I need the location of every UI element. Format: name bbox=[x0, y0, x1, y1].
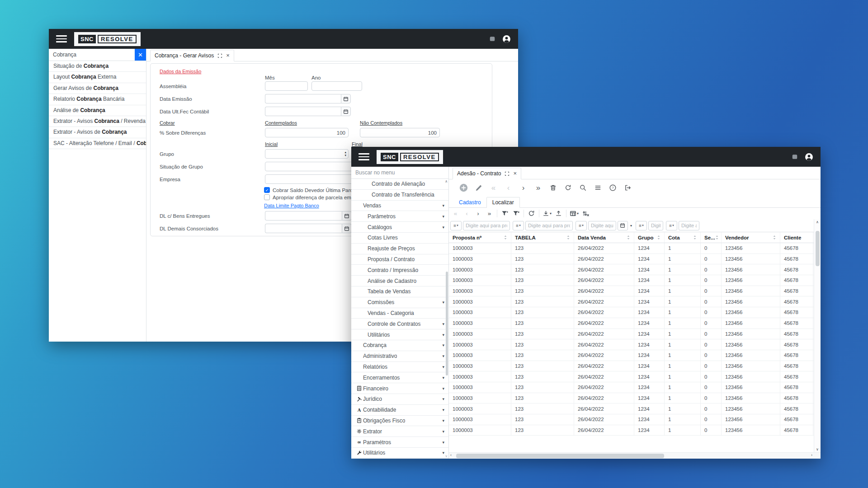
scroll-down-icon[interactable]: ∨ bbox=[816, 447, 819, 451]
search-result-item[interactable]: Extrator - Avisos de Cobrança bbox=[49, 127, 146, 138]
data-limite-pagto-banco-link[interactable]: Data Limite Pagto Banco bbox=[264, 203, 319, 208]
tab-cobranca-gerar-avisos[interactable]: Cobrança - Gerar Avisos × bbox=[150, 50, 234, 61]
calendar-icon[interactable] bbox=[618, 221, 628, 230]
table-row[interactable]: 100000312326/04/202212341012345645678 bbox=[449, 404, 814, 414]
menu-item[interactable]: Catálogos▾ bbox=[351, 222, 448, 233]
calendar-icon[interactable] bbox=[342, 211, 352, 221]
clear-search-button[interactable]: ✕ bbox=[135, 49, 146, 61]
pct-contemplados-input[interactable] bbox=[265, 128, 349, 137]
menu-item[interactable]: Vendas - Categoria bbox=[351, 308, 448, 319]
menu-item[interactable]: AContabilidade▾ bbox=[351, 405, 448, 416]
column-filter-input[interactable] bbox=[679, 221, 699, 230]
column-header[interactable]: Vendedor bbox=[722, 232, 780, 243]
close-icon[interactable]: × bbox=[226, 53, 230, 58]
download-icon[interactable]: ▾ bbox=[541, 210, 553, 217]
filter-clear-icon[interactable] bbox=[510, 210, 522, 217]
user-avatar-icon[interactable] bbox=[805, 153, 813, 161]
user-avatar-icon[interactable] bbox=[502, 35, 511, 43]
search-result-item[interactable]: Análise de Cobrança bbox=[49, 105, 146, 116]
dl-demais-input[interactable] bbox=[265, 224, 342, 233]
prev-page-icon[interactable]: ‹ bbox=[461, 210, 472, 217]
menu-item[interactable]: ∞Paramétros▾ bbox=[351, 437, 448, 448]
chevron-down-icon[interactable]: ▾ bbox=[629, 224, 633, 228]
menu-item[interactable]: Proposta / Contrato bbox=[351, 254, 448, 265]
logout-icon[interactable] bbox=[620, 184, 635, 191]
prev-page-icon[interactable]: ‹ bbox=[501, 183, 516, 192]
table-row[interactable]: 100000312326/04/202212341012345645678 bbox=[449, 425, 814, 436]
help-icon[interactable]: ? bbox=[605, 184, 620, 191]
upload-icon[interactable] bbox=[553, 210, 564, 217]
menu-item[interactable]: Contrato / Impressão bbox=[351, 265, 448, 276]
menu-item[interactable]: Cobrança▾ bbox=[351, 340, 448, 351]
table-row[interactable]: 100000312326/04/202212341012345645678 bbox=[449, 254, 814, 265]
menu-item[interactable]: Jurídico▾ bbox=[351, 394, 448, 405]
dados-emissao-link[interactable]: Dados da Emissão bbox=[160, 69, 201, 74]
add-circle-icon[interactable] bbox=[456, 183, 471, 192]
table-columns-icon[interactable]: ▾ bbox=[568, 210, 580, 217]
search-icon[interactable] bbox=[576, 184, 590, 191]
filter-operator-button[interactable]: ≡▾ bbox=[513, 221, 524, 230]
column-header[interactable]: Cliente bbox=[780, 232, 813, 243]
table-row[interactable]: 100000312326/04/202212341012345645678 bbox=[449, 286, 814, 297]
table-row[interactable]: 100000312326/04/202212341012345645678 bbox=[449, 350, 814, 361]
table-row[interactable]: 100000312326/04/202212341012345645678 bbox=[449, 243, 814, 254]
filter-operator-button[interactable]: ≡▾ bbox=[576, 221, 587, 230]
menu-item[interactable]: Contrato de Transferência bbox=[351, 190, 448, 201]
menu-item[interactable]: Obrigações Fisco▾ bbox=[351, 416, 448, 427]
menu-item[interactable]: Parâmetros▾ bbox=[351, 211, 448, 222]
last-page-icon[interactable]: » bbox=[531, 183, 546, 192]
menu-item[interactable]: Controle de Contratos▾ bbox=[351, 319, 448, 329]
next-page-icon[interactable]: › bbox=[516, 183, 531, 192]
sort-clear-icon[interactable] bbox=[580, 210, 591, 217]
assembleia-mes-input[interactable] bbox=[265, 81, 308, 91]
first-page-icon[interactable]: « bbox=[486, 183, 501, 192]
table-row[interactable]: 100000312326/04/202212341012345645678 bbox=[449, 339, 814, 350]
calendar-icon[interactable] bbox=[342, 224, 352, 233]
search-result-item[interactable]: Extrator - Avisos Cobranca / Revenda bbox=[49, 116, 146, 127]
assembleia-ano-input[interactable] bbox=[311, 81, 362, 91]
search-result-item[interactable]: Situação de Cobrança bbox=[49, 61, 146, 72]
pct-nao-contemplados-input[interactable] bbox=[360, 128, 440, 137]
sidebar-scrollbar-thumb[interactable] bbox=[446, 272, 448, 375]
menu-item[interactable]: Tabela de Vendas bbox=[351, 286, 448, 297]
scroll-left-icon[interactable]: ‹ bbox=[450, 453, 452, 457]
hamburger-menu-icon[interactable] bbox=[56, 35, 67, 42]
table-row[interactable]: 100000312326/04/202212341012345645678 bbox=[449, 361, 814, 372]
filter-operator-button[interactable]: ≡▾ bbox=[666, 221, 677, 230]
table-row[interactable]: 100000312326/04/202212341012345645678 bbox=[449, 307, 814, 318]
data-emissao-input[interactable] bbox=[265, 94, 341, 103]
column-header[interactable]: Grupo bbox=[634, 232, 665, 243]
search-result-item[interactable]: Relatorio Cobrança Bancária bbox=[49, 94, 146, 105]
table-row[interactable]: 100000312326/04/202212341012345645678 bbox=[449, 318, 814, 329]
column-header[interactable]: Data Venda bbox=[574, 232, 634, 243]
menu-item[interactable]: Análise de Cadastro bbox=[351, 276, 448, 286]
refresh-icon[interactable] bbox=[561, 184, 576, 191]
table-row[interactable]: 100000312326/04/202212341012345645678 bbox=[449, 329, 814, 340]
column-filter-input[interactable] bbox=[463, 221, 510, 230]
column-header[interactable]: Se... bbox=[701, 232, 722, 243]
scroll-right-icon[interactable]: › bbox=[811, 453, 812, 457]
filter-operator-button[interactable]: ≡▾ bbox=[636, 221, 647, 230]
delete-trash-icon[interactable] bbox=[546, 184, 561, 191]
next-page-icon[interactable]: › bbox=[472, 210, 484, 217]
expand-icon[interactable] bbox=[505, 171, 509, 176]
column-header[interactable]: Cota bbox=[665, 232, 701, 243]
subtab-localizar[interactable]: Localizar bbox=[486, 197, 520, 208]
menu-item[interactable]: Relatórios▾ bbox=[351, 362, 448, 373]
filter-operator-button[interactable]: ≡▾ bbox=[450, 221, 462, 230]
table-row[interactable]: 100000312326/04/202212341012345645678 bbox=[449, 371, 814, 382]
close-icon[interactable]: × bbox=[513, 171, 517, 176]
scroll-up-icon[interactable]: ∧ bbox=[445, 179, 448, 183]
scroll-down-icon[interactable]: ∨ bbox=[445, 454, 448, 458]
calendar-icon[interactable] bbox=[341, 107, 351, 116]
grupo-select[interactable]: ▴▾ bbox=[265, 149, 349, 159]
menu-item[interactable]: Contrato de Alienação bbox=[351, 179, 448, 190]
column-header[interactable]: Proposta nº bbox=[449, 232, 511, 243]
menu-item[interactable]: Encerramentos▾ bbox=[351, 372, 448, 383]
table-row[interactable]: 100000312326/04/202212341012345645678 bbox=[449, 296, 814, 307]
table-row[interactable]: 100000312326/04/202212341012345645678 bbox=[449, 264, 814, 275]
menu-item[interactable]: Comissões▾ bbox=[351, 297, 448, 308]
menu-item[interactable]: Financeiro▾ bbox=[351, 383, 448, 394]
dl-bens-input[interactable] bbox=[265, 211, 342, 221]
horizontal-scrollbar[interactable]: ‹ › bbox=[449, 452, 821, 459]
